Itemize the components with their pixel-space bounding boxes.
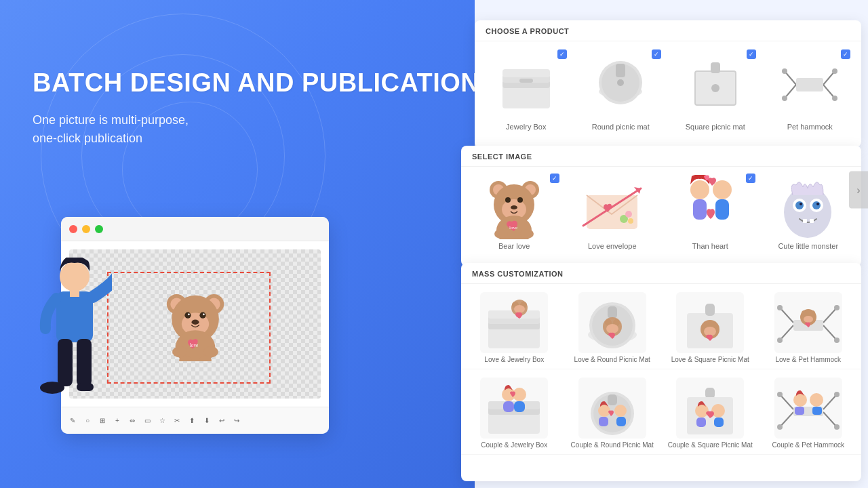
product-label-jewelry-box: Jewelry Box <box>506 123 546 131</box>
window-dot-green[interactable] <box>95 225 103 233</box>
svg-line-135 <box>780 394 793 409</box>
svg-rect-70 <box>715 199 729 220</box>
mass-thumb-couple-square <box>676 378 744 439</box>
toolbar-plus-icon[interactable]: + <box>111 415 123 427</box>
svg-point-54 <box>505 197 511 203</box>
subtitle: One picture is multi-purpose, one-click … <box>33 111 479 148</box>
svg-point-142 <box>777 424 783 430</box>
svg-rect-120 <box>503 401 514 412</box>
image-checkbox-bear-love[interactable]: ✓ <box>550 174 559 183</box>
image-checkbox-than-heart[interactable]: ✓ <box>746 174 755 183</box>
toolbar-scissors-icon[interactable]: ✂ <box>171 415 183 427</box>
svg-rect-134 <box>714 418 724 427</box>
mass-item-couple-square: Couple & Square Picnic Mat <box>663 375 758 451</box>
mass-label-love-jewelry: Love & Jewelry Box <box>484 356 544 363</box>
product-checkbox-round-mat[interactable]: ✓ <box>652 49 661 59</box>
toolbar-star-icon[interactable]: ☆ <box>156 415 168 427</box>
mass-thumb-love-jewelry <box>480 292 548 353</box>
svg-point-14 <box>184 312 191 319</box>
svg-point-18 <box>191 320 199 325</box>
image-label-love-envelope: Love envelope <box>588 242 637 250</box>
svg-rect-124 <box>608 394 617 405</box>
toolbar-square-icon[interactable]: ▭ <box>141 415 153 427</box>
image-thumb-love-envelope <box>580 175 644 239</box>
product-item-square-mat[interactable]: ✓ Square picnic mat <box>669 48 762 134</box>
svg-rect-91 <box>608 306 617 319</box>
svg-point-108 <box>834 305 840 310</box>
panel-mass-header: MASS CUSTOMIZATION <box>461 263 861 284</box>
product-checkbox-pet-hammock[interactable]: ✓ <box>841 49 850 59</box>
svg-point-15 <box>199 312 205 319</box>
toolbar-move-h-icon[interactable]: ⇔ <box>126 415 138 427</box>
svg-line-103 <box>823 308 837 323</box>
mass-item-couple-jewelry: Couple & Jewelry Box <box>467 375 562 451</box>
toolbar-redo-icon[interactable]: ↪ <box>231 415 243 427</box>
image-item-love-envelope[interactable]: Love envelope <box>565 172 660 253</box>
panel-select-header: SELECT IMAGE <box>461 146 861 167</box>
image-item-monster[interactable]: Cute little monster <box>761 172 856 253</box>
editor-titlebar <box>61 217 329 241</box>
image-thumb-bear-love: love <box>482 175 547 239</box>
svg-rect-121 <box>514 401 525 412</box>
svg-point-46 <box>782 96 787 101</box>
product-img-round-mat <box>587 51 654 119</box>
svg-rect-37 <box>711 62 720 73</box>
product-item-pet-hammock[interactable]: ✓ <box>764 48 856 134</box>
mass-label-couple-jewelry: Couple & Jewelry Box <box>481 441 547 449</box>
svg-rect-29 <box>519 79 533 83</box>
product-label-pet-hammock: Pet hammock <box>787 123 833 131</box>
svg-point-44 <box>782 68 787 74</box>
svg-rect-146 <box>795 407 804 415</box>
main-title: BATCH DESIGN AND PUBLICATION <box>33 68 479 99</box>
panel-mass-customization: MASS CUSTOMIZATION <box>461 263 861 481</box>
svg-point-109 <box>777 338 783 343</box>
mass-label-couple-round: Couple & Round Picnic Mat <box>571 441 654 449</box>
product-label-round-mat: Round picnic mat <box>592 123 650 131</box>
svg-point-65 <box>625 211 632 218</box>
product-checkbox-jewelry-box[interactable]: ✓ <box>557 49 567 59</box>
svg-rect-28 <box>502 69 550 77</box>
mass-thumb-couple-hammock <box>774 378 842 439</box>
toolbar-undo-icon[interactable]: ↩ <box>216 415 228 427</box>
bear-image: love <box>158 287 233 361</box>
image-item-bear-love[interactable]: ✓ love <box>467 172 562 253</box>
svg-line-104 <box>780 325 793 340</box>
window-dot-yellow[interactable] <box>82 225 90 233</box>
svg-line-105 <box>823 325 837 340</box>
svg-point-131 <box>695 404 709 418</box>
scroll-arrow[interactable]: › <box>849 171 868 209</box>
toolbar-down-icon[interactable]: ⬇ <box>201 415 213 427</box>
image-label-bear-love: Bear love <box>498 242 530 250</box>
svg-point-125 <box>598 405 610 417</box>
mass-item-love-hammock: Love & Pet Hammock <box>761 289 856 366</box>
product-img-pet-hammock <box>776 51 844 119</box>
svg-point-34 <box>617 79 624 86</box>
panel-choose-header: CHOOSE A PRODUCT <box>475 20 861 41</box>
right-panels: CHOOSE A PRODUCT ✓ Jewelry Box <box>461 0 868 488</box>
svg-rect-115 <box>488 412 540 434</box>
product-item-round-mat[interactable]: ✓ Round picnic mat <box>575 48 667 134</box>
images-row: ✓ love <box>461 167 861 256</box>
svg-rect-128 <box>616 417 626 426</box>
svg-point-67 <box>690 180 709 199</box>
svg-line-137 <box>780 412 793 427</box>
svg-point-107 <box>777 305 783 310</box>
svg-rect-133 <box>696 418 706 427</box>
image-thumb-monster <box>776 175 840 239</box>
image-item-than-heart[interactable]: ✓ <box>663 172 758 253</box>
svg-point-113 <box>810 310 815 316</box>
svg-point-145 <box>810 393 823 407</box>
product-item-jewelry-box[interactable]: ✓ Jewelry Box <box>480 48 572 134</box>
panel-choose-product: CHOOSE A PRODUCT ✓ Jewelry Box <box>475 20 861 147</box>
svg-point-126 <box>614 405 627 417</box>
product-checkbox-square-mat[interactable]: ✓ <box>747 49 756 59</box>
window-dot-red[interactable] <box>69 225 77 233</box>
svg-rect-147 <box>812 407 822 415</box>
svg-rect-97 <box>705 304 715 316</box>
svg-point-110 <box>834 338 840 343</box>
svg-rect-3 <box>58 339 73 386</box>
mass-item-love-jewelry: Love & Jewelry Box <box>467 289 562 366</box>
toolbar-up-icon[interactable]: ⬆ <box>186 415 198 427</box>
mass-row-2: Couple & Jewelry Box <box>461 369 861 455</box>
svg-point-5 <box>40 382 64 394</box>
